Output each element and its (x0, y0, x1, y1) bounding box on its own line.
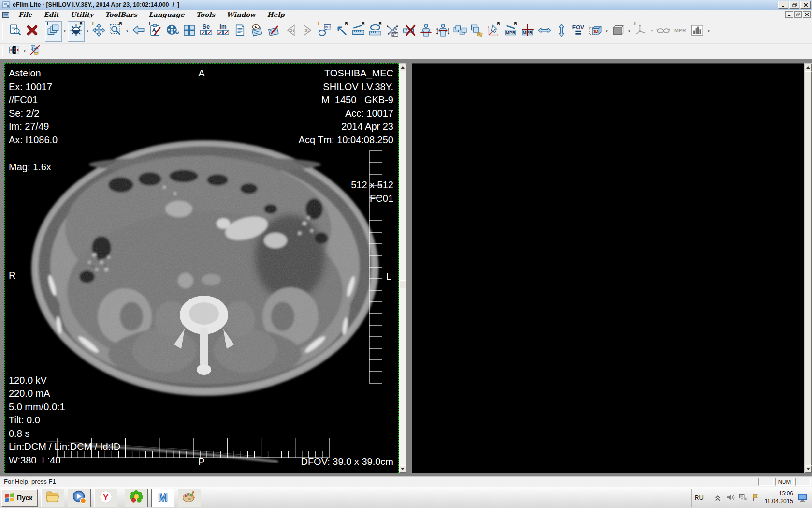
zoom-button[interactable]: R (107, 21, 124, 42)
edit-annotations-button[interactable] (265, 21, 282, 42)
icq-button[interactable] (125, 489, 148, 507)
flip-horizontal-button[interactable] (536, 21, 553, 42)
action-center-icon[interactable] (752, 493, 760, 502)
menu-utility[interactable]: Utility (65, 10, 99, 19)
scrollbar-track[interactable] (805, 71, 812, 465)
scroll-up-button[interactable] (805, 64, 812, 71)
histogram-dropdown[interactable]: ▼ (706, 22, 711, 41)
view-3d-dropdown[interactable]: ▼ (604, 22, 609, 41)
image-viewport-empty[interactable] (412, 63, 804, 473)
dicom-overlay-line: 2014 Apr 23 (299, 120, 393, 134)
angle-measurement-button[interactable]: θ57° (384, 21, 401, 42)
menu-window[interactable]: Window (221, 10, 261, 19)
toolbar-grip[interactable] (2, 46, 4, 56)
mdi-child-icon[interactable] (2, 12, 10, 18)
scroll-down-button[interactable] (399, 465, 406, 473)
show-annotations-button[interactable] (248, 21, 265, 42)
display-icon[interactable] (798, 493, 808, 502)
flip-vertical-button[interactable] (553, 21, 570, 42)
file-explorer-button[interactable] (41, 489, 64, 507)
open-study-button[interactable] (7, 21, 24, 42)
back-icon (131, 23, 145, 39)
scroll-down-button[interactable] (805, 465, 812, 473)
system-tray: RU 15:06 11.04.2015 (691, 489, 811, 507)
reset-view-button[interactable] (130, 21, 147, 42)
window-level-button[interactable]: R (68, 21, 85, 42)
paint-button[interactable] (178, 489, 201, 507)
efilm-workstation-icon: M (156, 490, 170, 506)
yandex-browser-button[interactable]: Y (94, 489, 117, 507)
restore-button[interactable] (789, 1, 799, 9)
zoom-dropdown[interactable]: ▼ (124, 22, 130, 41)
hide-icons-icon[interactable] (714, 493, 722, 502)
link-series-button[interactable] (451, 21, 468, 42)
no-drag-button[interactable] (28, 45, 43, 58)
scrollbar-thumb[interactable] (399, 280, 406, 288)
scroll-up-button[interactable] (399, 64, 406, 71)
orientation-axes-dropdown[interactable]: ▼ (649, 22, 655, 41)
scout-lines-button[interactable] (418, 21, 435, 42)
mpr-orthogonal-button[interactable]: MPR (519, 21, 536, 42)
image-viewport-active[interactable]: AsteionEx: 10017//FC01Se: 2/2Im: 27/49Ax… (4, 63, 399, 473)
language-indicator[interactable]: RU (695, 494, 704, 501)
image-layout-button[interactable]: Im (215, 21, 232, 42)
stereo-view-button (655, 21, 672, 42)
report-button[interactable] (232, 21, 248, 42)
volume-icon[interactable] (726, 493, 735, 502)
media-player-icon (72, 490, 87, 506)
right-viewport-scrollbar[interactable] (804, 63, 812, 473)
toolbar-grip[interactable] (2, 23, 4, 39)
window-level-dropdown[interactable]: ▼ (85, 22, 90, 41)
mdi-restore-button[interactable] (794, 11, 802, 18)
arrow-annotation-button[interactable]: R (333, 21, 350, 42)
personrange-icon (436, 23, 450, 39)
menu-language[interactable]: Language (143, 10, 190, 19)
network-icon[interactable] (739, 493, 747, 502)
stack-mode-button[interactable]: L (45, 21, 62, 42)
clock[interactable]: 15:06 11.04.2015 (765, 490, 793, 505)
layout-grid-button[interactable] (181, 21, 198, 42)
elliptical-roi-button[interactable]: R (367, 21, 384, 42)
linear-measurement-button[interactable]: R (350, 21, 367, 42)
menu-file[interactable]: File (13, 10, 38, 19)
mouse-binding-l-label: L (634, 22, 637, 26)
menu-tools[interactable]: Tools (190, 10, 221, 19)
view-3d-button[interactable]: 3D (587, 21, 604, 42)
menu-toolbars[interactable]: ToolBars (99, 10, 143, 19)
close-study-button[interactable] (24, 21, 41, 42)
pan-button[interactable]: L (90, 21, 107, 42)
efilm-workstation-button[interactable]: M (151, 489, 174, 507)
annotations-button[interactable]: AL (147, 21, 164, 42)
series-layout-button[interactable]: Se (198, 21, 215, 42)
menu-help[interactable]: Help (261, 10, 290, 19)
drag-series-button[interactable] (468, 21, 485, 42)
start-button[interactable]: Пуск (1, 489, 38, 507)
scrollbar-track[interactable] (399, 71, 406, 465)
mdi-minimize-button[interactable] (785, 11, 793, 18)
orientation-axes-button: L (632, 21, 649, 42)
stack-mode-dropdown[interactable]: ▼ (62, 22, 68, 41)
overlay-matrix: 512 x 512FC01 (351, 179, 393, 205)
menu-items: FileEditUtilityToolBarsLanguageToolsWind… (13, 10, 290, 19)
probe-button[interactable]: 35.2L (316, 21, 333, 42)
delete-measurements-button[interactable] (401, 21, 418, 42)
cine-button[interactable] (164, 21, 181, 42)
minimize-button[interactable] (778, 1, 788, 9)
fit-to-window-dropdown[interactable]: ▼ (22, 42, 28, 61)
close-button[interactable] (800, 1, 811, 9)
toolbar-separator (43, 24, 43, 39)
scrollbar-thumb[interactable] (805, 71, 812, 465)
cursor-3d-button[interactable]: yxR (485, 21, 502, 42)
menu-edit[interactable]: Edit (38, 10, 64, 19)
field-of-view-button[interactable]: FOV (570, 21, 587, 42)
svg-text:35.2: 35.2 (324, 25, 331, 29)
fit-to-window-button[interactable] (7, 45, 22, 58)
media-player-button[interactable] (68, 489, 91, 507)
left-viewport-scrollbar[interactable] (399, 63, 406, 473)
mdi-close-button[interactable] (803, 11, 811, 18)
mpr-oblique-button[interactable]: MPRR (502, 21, 519, 42)
scout-range-button[interactable] (435, 21, 451, 42)
status-cell-2 (795, 478, 811, 486)
clipping-box-dropdown[interactable]: ▼ (626, 22, 632, 41)
personaxial-icon (419, 23, 433, 39)
